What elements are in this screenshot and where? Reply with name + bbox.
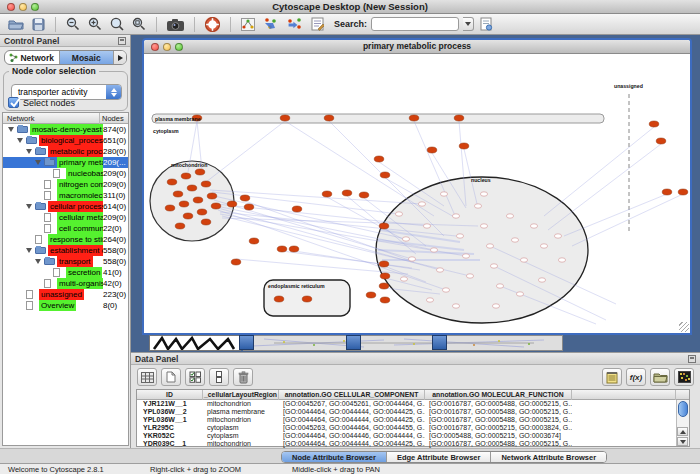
graph-node[interactable] [480, 192, 487, 196]
graph-node[interactable] [506, 214, 513, 218]
tab-mosaic[interactable]: Mosaic [60, 51, 115, 64]
minimize-button[interactable] [19, 3, 27, 11]
graph-node[interactable] [440, 192, 447, 196]
close-button[interactable] [151, 43, 159, 51]
graph-node[interactable] [649, 121, 659, 127]
matrix-view-button[interactable] [674, 368, 694, 386]
graph-node[interactable] [366, 292, 376, 298]
graph-node[interactable] [240, 195, 250, 201]
graph-node[interactable] [466, 274, 473, 278]
scroll-up-button[interactable] [677, 427, 688, 436]
graph-node[interactable] [379, 261, 389, 267]
graph-node[interactable] [165, 205, 175, 211]
graph-node[interactable] [181, 173, 191, 179]
graph-node[interactable] [379, 283, 389, 289]
graph-node[interactable] [442, 288, 449, 292]
table-row[interactable]: YDR039C__1mitochondrion[GO:0044464, GO:0… [137, 440, 689, 448]
graph-node[interactable] [195, 169, 205, 175]
search-dropdown-button[interactable] [463, 17, 474, 31]
zoom-selected-button[interactable] [130, 15, 148, 33]
graph-node[interactable] [302, 296, 312, 302]
graph-node[interactable] [359, 192, 369, 198]
graph-node[interactable] [244, 204, 254, 210]
graph-node[interactable] [179, 201, 189, 207]
graph-node[interactable] [511, 238, 518, 242]
graph-node[interactable] [274, 296, 284, 302]
resize-grip[interactable] [679, 322, 689, 332]
graph-node[interactable] [490, 264, 497, 268]
graph-node[interactable] [426, 298, 433, 302]
graph-node[interactable] [197, 209, 207, 215]
graph-node[interactable] [324, 115, 334, 121]
graph-node[interactable] [201, 219, 211, 225]
table-row[interactable]: YPL036W__2plasma membrane[GO:0044464, GO… [137, 408, 689, 416]
save-session-button[interactable] [30, 15, 47, 33]
graph-node[interactable] [474, 204, 481, 208]
graph-node[interactable] [459, 143, 469, 149]
graph-node[interactable] [187, 185, 197, 191]
graph-node[interactable] [423, 224, 430, 228]
table-row[interactable]: YJR121W__1mitochondrion[GO:0045267, GO:0… [137, 400, 689, 408]
graph-node[interactable] [454, 115, 464, 121]
expander-icon[interactable] [35, 259, 41, 264]
table-row[interactable]: YKR052Ccytoplasm[GO:0044464, GO:0044446,… [137, 432, 689, 440]
formula-builder-button[interactable]: f(x) [626, 368, 646, 386]
tree-row[interactable]: multi-organism pro42(0) [3, 278, 128, 289]
search-input[interactable] [371, 17, 459, 31]
graph-node[interactable] [342, 190, 352, 196]
graph-node[interactable] [480, 224, 487, 228]
graph-node[interactable] [408, 257, 415, 261]
tree-row[interactable]: unassigned223(0) [3, 289, 128, 300]
zoom-window-button[interactable] [31, 3, 39, 11]
new-attribute-button[interactable] [161, 368, 181, 386]
graph-node[interactable] [173, 191, 183, 197]
zoom-fit-button[interactable] [108, 15, 126, 33]
expander-icon[interactable] [17, 138, 23, 143]
graph-node[interactable] [427, 147, 437, 153]
graph-node[interactable] [496, 284, 503, 288]
graph-node[interactable] [452, 304, 459, 308]
tree-row[interactable]: primary metabo209(... [3, 157, 128, 168]
graph-node[interactable] [492, 304, 499, 308]
graph-node[interactable] [380, 273, 390, 279]
graph-node[interactable] [662, 189, 672, 195]
tab-overflow-button[interactable] [114, 51, 126, 64]
graph-node[interactable] [175, 223, 185, 229]
minimize-button[interactable] [163, 43, 171, 51]
graph-node[interactable] [322, 191, 332, 197]
graph-node[interactable] [436, 268, 443, 272]
graph-node[interactable] [374, 156, 384, 162]
graph-node[interactable] [277, 246, 287, 252]
tree-row[interactable]: biological_process651(0) [3, 135, 128, 146]
delete-attribute-button[interactable] [233, 368, 253, 386]
tab-edge-attribute-browser[interactable]: Edge Attribute Browser [387, 452, 491, 462]
graph-node[interactable] [520, 258, 527, 262]
zoom-in-button[interactable] [86, 15, 104, 33]
help-button[interactable] [203, 15, 222, 33]
tree-row[interactable]: metabolic process280(0) [3, 146, 128, 157]
graph-node[interactable] [540, 244, 547, 248]
layout-one-button[interactable] [261, 15, 281, 33]
graph-node[interactable] [193, 197, 203, 203]
background-window-fragment[interactable] [243, 335, 563, 351]
attribute-editor-button[interactable] [602, 368, 622, 386]
graph-node[interactable] [227, 201, 237, 207]
graph-node[interactable] [211, 203, 221, 209]
network-view-titlebar[interactable]: primary metabolic process [144, 40, 690, 54]
table-row[interactable]: YPL036W__1mitochondrion[GO:0044464, GO:0… [137, 416, 689, 424]
network-overview-button[interactable] [239, 15, 257, 33]
select-nodes-checkbox[interactable] [8, 97, 19, 108]
graph-node[interactable] [402, 237, 409, 241]
graph-node[interactable] [183, 213, 193, 219]
background-window-fragment[interactable] [149, 335, 241, 351]
graph-node[interactable] [207, 193, 217, 199]
network-canvas[interactable]: plasma membrane cytoplasm mitochondrion … [144, 54, 690, 333]
zoom-window-button[interactable] [175, 43, 183, 51]
table-row[interactable]: YLR295Ccytoplasm[GO:0045263, GO:0044464,… [137, 424, 689, 432]
tree-row[interactable]: transport558(0) [3, 256, 128, 267]
graph-node[interactable] [400, 277, 407, 281]
graph-node[interactable] [430, 248, 437, 252]
tree-row[interactable]: nucleobase-209(0) [3, 168, 128, 179]
graph-node[interactable] [418, 202, 425, 206]
graph-node[interactable] [289, 246, 299, 252]
